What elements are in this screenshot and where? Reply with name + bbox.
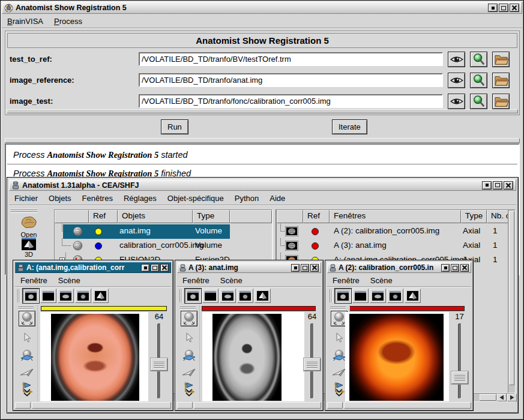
column-header-objets[interactable]: Objets	[118, 210, 193, 223]
open-file-button[interactable]	[492, 52, 510, 67]
threed-view-button[interactable]	[405, 289, 421, 303]
object-row-calibration[interactable]: calibration_corr005.img Volume	[55, 239, 272, 253]
image-test-input[interactable]	[139, 94, 443, 108]
toolbar-grip[interactable]	[178, 289, 182, 302]
scroll-right-button[interactable]	[507, 394, 517, 401]
bottom-strip[interactable]	[344, 402, 471, 409]
toolbar-grip[interactable]	[328, 289, 333, 302]
minimize-button[interactable]	[482, 181, 492, 190]
close-button[interactable]	[310, 264, 319, 272]
column-header-type[interactable]: Type	[461, 210, 487, 223]
more-tools-button[interactable]	[19, 385, 35, 400]
close-button[interactable]	[160, 264, 169, 272]
scrollbar-thumb[interactable]	[480, 394, 496, 401]
axial-view-button[interactable]	[23, 289, 39, 303]
scroll-left-button[interactable]	[497, 394, 507, 401]
toolbar-grip[interactable]	[11, 209, 37, 213]
vertical-scrollbar[interactable]	[508, 209, 516, 393]
menu-python[interactable]: Python	[229, 193, 264, 204]
viewer-titlebar[interactable]: A (2): calibration_corr005.in	[327, 262, 471, 273]
palette-colorbar[interactable]	[202, 306, 316, 311]
oblique-view-button[interactable]	[75, 289, 91, 303]
maximize-button[interactable]	[151, 264, 159, 272]
window-row-a3[interactable]: A (3): anat.img Axial 1	[277, 239, 514, 253]
open-file-button[interactable]	[492, 73, 510, 88]
minimize-button[interactable]	[141, 264, 149, 272]
fly-tool-button[interactable]	[181, 365, 197, 380]
toolbar-grip[interactable]	[16, 289, 20, 302]
column-header-ref[interactable]: Ref	[89, 210, 118, 223]
form-scroll-strip[interactable]	[7, 109, 518, 113]
threed-view-button[interactable]	[254, 289, 271, 303]
image-viewport[interactable]	[202, 312, 304, 401]
image-viewport[interactable]	[345, 312, 449, 401]
close-button[interactable]	[460, 264, 469, 272]
bottom-strip[interactable]	[194, 402, 321, 409]
menu-objets[interactable]: Objets	[43, 193, 77, 204]
show-eye-button[interactable]	[448, 73, 465, 88]
maximize-button[interactable]	[301, 264, 309, 272]
window-row-a2[interactable]: A (2): calibration_corr005.img Axial 1	[277, 224, 514, 239]
browse-database-button[interactable]	[470, 94, 487, 109]
column-header-blank[interactable]	[55, 210, 89, 223]
axial-view-button[interactable]	[185, 289, 201, 303]
coronal-view-button[interactable]	[352, 289, 369, 303]
menu-fenetre[interactable]: Fenêtre	[15, 275, 53, 286]
pointer-tool-button[interactable]	[181, 330, 197, 346]
menu-scene[interactable]: Scène	[215, 275, 248, 286]
browse-database-button[interactable]	[470, 52, 487, 67]
open-tool-button[interactable]: Open	[13, 215, 44, 238]
threed-view-button[interactable]	[92, 289, 109, 303]
fly-tool-button[interactable]	[19, 365, 35, 380]
maximize-button[interactable]	[493, 181, 502, 190]
slider-handle[interactable]	[451, 371, 468, 384]
cut-plane-tool-button[interactable]	[181, 348, 197, 364]
minimize-button[interactable]	[441, 264, 450, 272]
resize-corner[interactable]	[15, 402, 31, 409]
close-button[interactable]	[504, 181, 513, 190]
palette-colorbar[interactable]	[349, 306, 465, 311]
oblique-view-button[interactable]	[387, 289, 403, 303]
run-button[interactable]: Run	[161, 119, 188, 134]
menu-fichier[interactable]: Fichier	[9, 193, 43, 204]
menu-process[interactable]: Process	[49, 16, 88, 27]
bottom-strip[interactable]	[32, 402, 171, 409]
show-eye-button[interactable]	[448, 52, 465, 67]
slider-handle[interactable]	[151, 358, 167, 371]
menu-aide[interactable]: Aide	[264, 193, 291, 204]
sagittal-view-button[interactable]	[370, 289, 386, 303]
maximize-button[interactable]	[499, 4, 508, 12]
menu-scene[interactable]: Scène	[53, 275, 86, 286]
menu-fenetre[interactable]: Fenêtre	[177, 275, 215, 286]
column-header-blank[interactable]	[230, 210, 272, 223]
coronal-view-button[interactable]	[202, 289, 218, 303]
more-tools-button[interactable]	[181, 385, 197, 400]
tool-grip[interactable]	[18, 305, 34, 310]
threed-tool-button[interactable]: 3D	[13, 238, 44, 258]
coronal-view-button[interactable]	[40, 289, 56, 303]
sagittal-view-button[interactable]	[220, 289, 236, 303]
trackball-tool-button[interactable]	[181, 311, 197, 326]
splitter-handle[interactable]	[5, 138, 520, 143]
scrollbar-thumb[interactable]	[509, 211, 514, 385]
menu-fenetre[interactable]: Fenêtre	[327, 275, 365, 286]
minimize-button[interactable]	[488, 4, 498, 12]
menu-fenetres[interactable]: Fenêtres	[77, 193, 118, 204]
sagittal-view-button[interactable]	[58, 289, 74, 303]
brainvisa-titlebar[interactable]: Anatomist Show Registration 5	[2, 2, 522, 14]
trackball-tool-button[interactable]	[19, 311, 35, 326]
oblique-view-button[interactable]	[237, 289, 253, 303]
image-viewport[interactable]	[40, 312, 148, 401]
resize-corner[interactable]	[327, 402, 343, 409]
viewer-titlebar[interactable]: A (3): anat.img	[177, 262, 321, 273]
menu-reglages[interactable]: Réglages	[118, 193, 162, 204]
slider-track[interactable]	[458, 323, 462, 399]
tool-grip[interactable]	[330, 305, 346, 310]
minimize-button[interactable]	[291, 264, 300, 272]
show-eye-button[interactable]	[448, 94, 465, 109]
browse-database-button[interactable]	[470, 73, 487, 88]
test-to-ref-input[interactable]	[139, 52, 443, 66]
iterate-button[interactable]: Iterate	[332, 119, 367, 134]
column-header-blank[interactable]	[277, 210, 303, 223]
slider-handle[interactable]	[304, 358, 321, 371]
